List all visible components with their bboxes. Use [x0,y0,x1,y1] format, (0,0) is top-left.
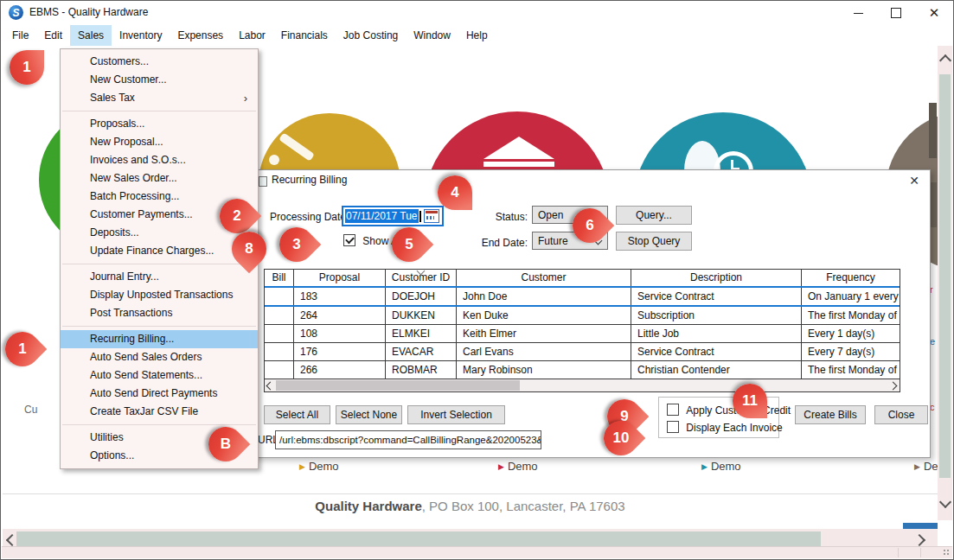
demo-link[interactable]: ▶Demo [299,460,339,473]
cell-customer-id: ELMKEI [386,325,457,342]
menu-item-new-proposal[interactable]: New Proposal... [61,133,258,151]
resize-grip[interactable] [943,549,951,557]
callout-badge-5: 5 [385,220,434,270]
display-each-invoice-label: Display Each Invoice [686,422,782,434]
maximize-icon [891,8,901,18]
checkbox-icon [343,234,355,246]
menubar-item-financials[interactable]: Financials [273,25,336,46]
menu-separator [62,326,256,327]
scrollbar-thumb[interactable] [939,74,951,478]
scroll-right-icon[interactable] [889,382,898,391]
menu-item-auto-send-sales-orders[interactable]: Auto Send Sales Orders [61,348,258,366]
text-caret [419,211,421,222]
column-header-customer-id[interactable]: Customer ID [386,270,457,286]
menubar-item-help[interactable]: Help [458,25,496,46]
menu-item-auto-send-statements[interactable]: Auto Send Statements... [61,366,258,385]
close-dialog-button[interactable]: Close [874,405,928,424]
apply-customer-credit-checkbox[interactable]: Apply Customer Credit [667,404,791,417]
cell-customer: Mary Robinson [457,361,631,379]
table-row[interactable]: 176 EVACAR Carl Evans Service Contract E… [265,343,900,361]
cell-customer: Keith Elmer [457,325,631,342]
scroll-left-icon[interactable] [266,382,275,391]
table-row[interactable]: 183 DOEJOH John Doe Service Contract On … [265,286,900,307]
menu-item-invoices-and-sos[interactable]: Invoices and S.O.s... [61,151,258,169]
dialog-close-icon[interactable]: ✕ [909,174,919,188]
column-header-customer[interactable]: Customer [457,270,631,286]
select-all-button[interactable]: Select All [264,405,330,424]
menubar-item-inventory[interactable]: Inventory [112,25,170,46]
table-row[interactable]: 266 ROBMAR Mary Robinson Christian Conte… [265,361,900,379]
url-field[interactable]: /url:ebms:dbscript?command=CallBillingRa… [275,430,541,449]
menu-separator [62,264,256,264]
demo-link[interactable]: ▶De [914,460,938,473]
menubar-item-sales[interactable]: Sales [70,25,112,46]
cell-frequency: On January 1 every 1 year(s [802,288,900,305]
callout-badge-4: 4 [438,175,472,210]
menubar-item-expenses[interactable]: Expenses [170,25,231,46]
processing-date-field[interactable]: 07/11/2017 Tue [342,206,444,226]
vertical-scrollbar[interactable] [938,46,952,520]
window-title: EBMS - Quality Hardware [29,6,148,18]
menu-item-display-unposted-transactions[interactable]: Display Unposted Transactions [61,286,258,304]
maximize-button[interactable] [877,1,915,25]
demo-arrow-icon: ▶ [701,462,707,471]
menu-item-new-sales-order[interactable]: New Sales Order... [61,169,258,188]
close-button[interactable]: ✕ [915,1,953,25]
invert-selection-button[interactable]: Invert Selection [407,405,505,424]
scroll-down-icon[interactable] [939,496,951,508]
create-bills-button[interactable]: Create Bills [795,405,866,424]
menu-item-recurring-billing[interactable]: Recurring Billing... [61,330,258,348]
menubar-item-edit[interactable]: Edit [36,25,70,46]
minimize-button[interactable] [839,1,877,25]
menubar-item-window[interactable]: Window [406,25,458,46]
calendar-icon[interactable] [424,209,439,223]
demo-link[interactable]: ▶Demo [701,460,741,473]
callout-badge-11: 11 [733,384,767,418]
titlebar: S EBMS - Quality Hardware ✕ [1,1,953,25]
menu-item-create-taxjar-csv-file[interactable]: Create TaxJar CSV File [61,403,258,421]
column-header-bill[interactable]: Bill [265,270,294,286]
column-header-description[interactable]: Description [631,270,802,286]
menu-item-auto-send-direct-payments[interactable]: Auto Send Direct Payments [61,385,258,403]
select-none-button[interactable]: Select None [336,405,402,424]
menu-item-new-customer[interactable]: New Customer... [61,71,258,89]
menubar-item-job-costing[interactable]: Job Costing [336,25,406,46]
submenu-chevron-icon: › [244,89,247,107]
end-date-label: End Date: [463,237,528,249]
table-horizontal-scrollbar[interactable] [265,379,900,391]
menubar-item-labor[interactable]: Labor [231,25,273,46]
cell-proposal: 183 [294,288,386,305]
column-header-frequency[interactable]: Frequency [802,270,900,286]
cell-proposal: 108 [294,325,386,342]
menu-item-proposals[interactable]: Proposals... [61,115,258,133]
menu-item-post-transactions[interactable]: Post Transactions [61,304,258,322]
cell-customer: John Doe [457,288,631,305]
menu-item-sales-tax[interactable]: Sales Tax› [61,89,258,107]
column-header-proposal[interactable]: Proposal [294,270,386,286]
demo-link[interactable]: ▶Demo [498,460,538,473]
menubar: File Edit Sales Inventory Expenses Labor… [1,25,953,46]
cell-description: Subscription [631,307,802,324]
edge-blue-bar-fragment [903,523,938,529]
table-row[interactable]: 264 DUKKEN Ken Duke Subscription The fir… [265,307,900,325]
table-row[interactable]: 108 ELMKEI Keith Elmer Little Job Every … [265,325,900,343]
cell-bill [265,288,294,305]
scroll-right-icon[interactable] [913,534,925,546]
processing-date-label: Processing Date: [270,211,349,223]
display-each-invoice-checkbox[interactable]: Display Each Invoice [667,421,783,434]
menu-item-update-finance-charges[interactable]: Update Finance Charges... [61,242,258,260]
menu-item-journal-entry[interactable]: Journal Entry... [61,268,258,286]
scrollbar-thumb[interactable] [16,531,821,547]
menu-item-customers[interactable]: Customers... [61,53,258,71]
menu-separator [62,111,256,111]
scrollbar-thumb[interactable] [276,380,520,391]
scroll-up-icon[interactable] [939,54,951,67]
cell-frequency: Every 1 day(s) [802,325,900,342]
menubar-item-file[interactable]: File [4,25,36,46]
stop-query-button[interactable]: Stop Query [616,232,692,251]
cell-bill [265,343,294,360]
callout-badge-1a: 1 [10,50,44,85]
query-button[interactable]: Query... [616,206,692,225]
recurring-billing-table: Bill Proposal Customer ID Customer Descr… [264,269,900,392]
cell-customer: Carl Evans [457,343,631,360]
